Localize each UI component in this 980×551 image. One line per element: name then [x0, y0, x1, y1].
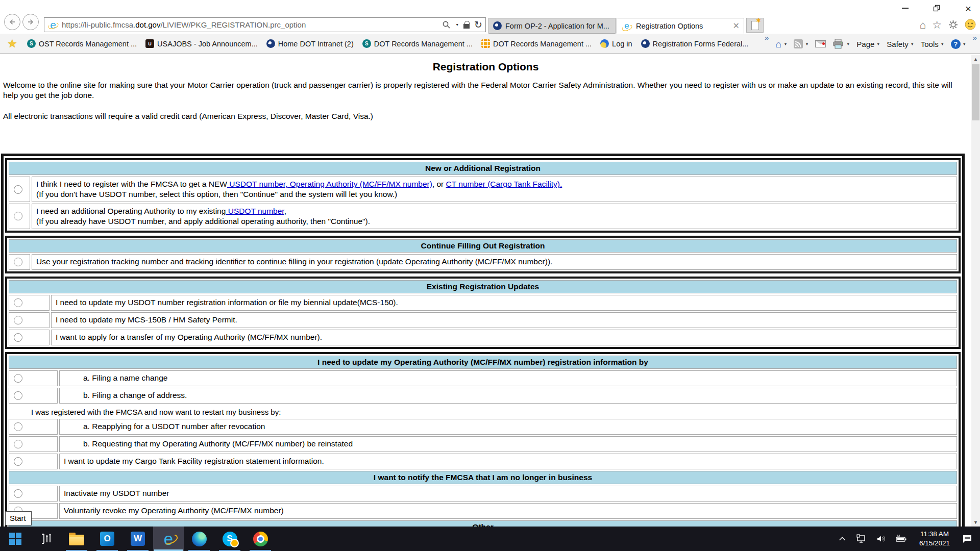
command-help-menu[interactable]: ?▼	[951, 39, 966, 49]
favorite-item[interactable]: Home DOT Intranet (2)	[266, 39, 354, 48]
option-subtext: (If you already have USDOT number, and a…	[36, 216, 952, 227]
network-status-button[interactable]	[855, 533, 867, 544]
command-tools-menu[interactable]: Tools▼	[921, 40, 944, 48]
option-text: I need to update my MCS-150B / HM Safety…	[56, 315, 952, 325]
chevron-down-icon: ▼	[876, 42, 880, 46]
intro-text: Welcome to the online site for making su…	[3, 80, 968, 101]
browser-window: × e https://li-public.fmcsa.dot.gov/LIVI…	[0, 0, 980, 551]
clock-time: 11:38 AM	[920, 530, 949, 538]
scroll-down-icon[interactable]: ▼	[971, 518, 980, 527]
settings-gear-icon[interactable]	[948, 19, 959, 30]
option-row: Use your registration tracking number an…	[9, 254, 957, 270]
radio-option[interactable]	[14, 258, 22, 266]
radio-option[interactable]	[14, 422, 22, 431]
taskbar-internet-explorer[interactable]: e	[153, 527, 184, 551]
option-text: I want to apply for a transfer of my Ope…	[56, 332, 952, 342]
chevron-down-icon: ▼	[783, 42, 787, 46]
taskbar-clock[interactable]: 11:38 AM 6/15/2021	[916, 530, 953, 547]
radio-option[interactable]	[14, 391, 22, 400]
radio-option[interactable]	[14, 457, 22, 466]
command-page-menu[interactable]: Page▼	[856, 40, 880, 48]
back-button[interactable]	[4, 14, 20, 30]
chevron-up-icon	[838, 534, 847, 543]
refresh-icon[interactable]: ↻	[474, 20, 482, 30]
command-mail-button[interactable]	[815, 40, 826, 47]
smiley-feedback-icon[interactable]	[965, 19, 976, 30]
office-grid-icon	[481, 39, 490, 48]
action-center-button[interactable]	[962, 533, 973, 544]
radio-option[interactable]	[14, 374, 22, 383]
option-row: I want to update my Cargo Tank Facility …	[9, 454, 957, 469]
tools-menu-label: Tools	[921, 40, 939, 48]
login-globe-icon	[600, 39, 609, 48]
ie-tab-icon: e	[621, 21, 632, 30]
scrollbar-thumb[interactable]	[972, 64, 979, 120]
command-rss-button[interactable]: ▼	[794, 39, 808, 48]
tray-chevron-button[interactable]	[838, 534, 847, 543]
task-view-button[interactable]	[31, 527, 61, 551]
command-home-button[interactable]: ⌂▼	[775, 39, 787, 49]
usdot-number-link[interactable]: USDOT number	[226, 207, 284, 215]
scroll-up-icon[interactable]: ▲	[971, 55, 980, 63]
ct-number-link[interactable]: CT number (Cargo Tank Facility).	[446, 180, 562, 188]
radio-option[interactable]	[14, 333, 22, 342]
taskbar-skype[interactable]: S	[214, 527, 245, 551]
home-icon[interactable]: ⌂	[919, 19, 926, 30]
vertical-scrollbar[interactable]: ▲ ▼	[971, 55, 980, 527]
option-row: I think I need to register with the FMCS…	[9, 177, 957, 202]
section-existing-registration-updates: Existing Registration Updates I need to …	[5, 277, 961, 349]
favorite-label: DOT Records Management ...	[493, 40, 592, 48]
start-button[interactable]	[0, 527, 31, 551]
option-text: b. Filing a change of address.	[83, 390, 952, 400]
radio-option[interactable]	[14, 316, 22, 324]
volume-button[interactable]	[875, 533, 887, 544]
tab-registration-options[interactable]: e Registration Options ✕	[617, 18, 744, 34]
command-overflow-icon[interactable]: »	[973, 34, 977, 42]
command-print-button[interactable]: ▼	[832, 39, 850, 49]
sharepoint-icon: S	[362, 39, 371, 48]
favorite-item[interactable]: UUSAJOBS - Job Announcem...	[145, 39, 258, 48]
taskbar-edge[interactable]	[184, 527, 214, 551]
home-icon: ⌂	[775, 39, 781, 49]
restore-button[interactable]	[930, 2, 943, 14]
radio-option[interactable]	[14, 212, 22, 220]
option-text: Voluntarily revoke my Operating Authorit…	[64, 506, 952, 516]
radio-option[interactable]	[14, 185, 22, 194]
taskbar-word[interactable]: W	[122, 527, 153, 551]
sharepoint-icon: S	[27, 39, 36, 48]
favorite-item[interactable]: SDOT Records Management ...	[362, 39, 473, 48]
minimize-button[interactable]	[898, 2, 912, 14]
radio-option[interactable]	[14, 298, 22, 307]
tab-form-op2[interactable]: Form OP-2 - Application for M...	[488, 18, 616, 34]
new-tab-button[interactable]	[746, 18, 764, 33]
taskbar-chrome[interactable]	[245, 527, 276, 551]
taskbar-file-explorer[interactable]	[61, 527, 92, 551]
favorite-item[interactable]: SOST Records Management ...	[27, 39, 137, 48]
favorite-item[interactable]: Registration Forms Federal...	[641, 39, 749, 48]
close-button[interactable]: ×	[962, 2, 975, 14]
option-text: I want to update my Cargo Tank Facility …	[64, 456, 952, 466]
restart-business-note: I was registered with the FMCSA and now …	[9, 405, 957, 419]
favorites-overflow-icon[interactable]: »	[765, 34, 769, 42]
favorites-star-icon[interactable]: ☆	[932, 19, 942, 30]
search-icon[interactable]	[442, 20, 451, 29]
favorite-item[interactable]: DOT Records Management ...	[481, 39, 592, 48]
add-favorite-star-icon[interactable]: ★	[7, 37, 17, 51]
registration-options-panel: New or Additional Registration I think I…	[1, 154, 965, 527]
radio-option[interactable]	[14, 489, 22, 498]
tab-close-icon[interactable]: ✕	[733, 21, 740, 31]
command-safety-menu[interactable]: Safety▼	[887, 40, 914, 48]
forward-button[interactable]	[22, 14, 39, 30]
usdot-operating-authority-link[interactable]: USDOT number, Operating Authority (MC/FF…	[227, 180, 432, 188]
favorite-item[interactable]: Log in	[600, 39, 632, 48]
new-tab-icon	[751, 21, 759, 30]
credit-card-note: All electronic transactions will require…	[3, 112, 968, 121]
taskbar-outlook[interactable]: O	[92, 527, 122, 551]
chevron-down-icon: ▼	[846, 42, 850, 46]
battery-status-button[interactable]	[895, 533, 908, 544]
option-row: a. Reapplying for a USDOT number after r…	[9, 419, 957, 435]
search-dropdown-icon[interactable]: ▼	[455, 23, 459, 27]
radio-option[interactable]	[14, 440, 22, 448]
option-text: I need to update my USDOT number registr…	[56, 297, 952, 308]
address-bar[interactable]: e https://li-public.fmcsa.dot.gov/LIVIEW…	[44, 17, 486, 32]
